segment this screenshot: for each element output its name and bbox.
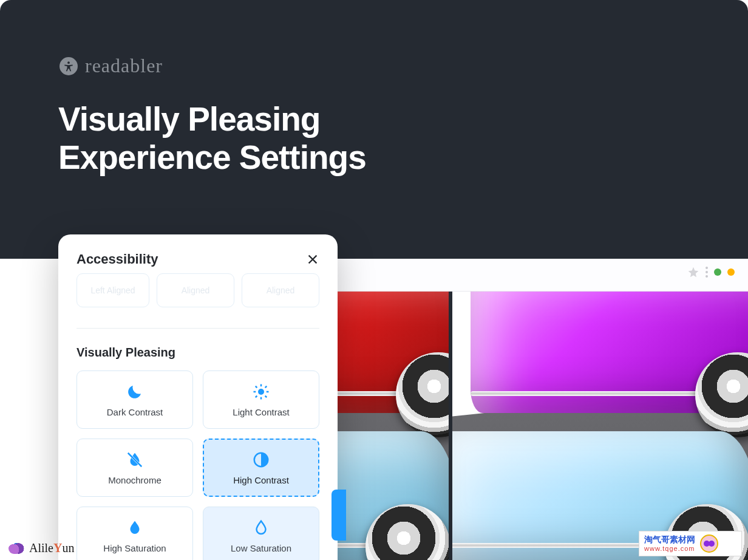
svg-point-0 xyxy=(67,61,70,64)
window-dot-green[interactable] xyxy=(714,268,721,276)
bookmark-star-icon[interactable] xyxy=(687,266,699,278)
watermark-tqge: 淘气哥素材网 www.tqge.com xyxy=(639,531,742,556)
option-label: Light Contrast xyxy=(233,407,289,417)
section-divider xyxy=(76,328,319,329)
accessibility-panel: Accessibility Left Aligned Aligned Align… xyxy=(58,234,338,560)
moon-icon xyxy=(126,383,144,401)
close-icon[interactable] xyxy=(306,253,319,266)
accessibility-person-icon xyxy=(59,57,78,75)
contrast-circle-icon xyxy=(252,451,270,469)
pane-high-contrast xyxy=(452,292,748,560)
option-monochrome[interactable]: Monochrome xyxy=(76,439,193,497)
droplet-filled-icon xyxy=(126,519,144,537)
ghost-option-aligned-1[interactable]: Aligned xyxy=(157,273,234,307)
droplet-slash-icon xyxy=(126,451,144,469)
kebab-menu-icon[interactable] xyxy=(706,267,708,278)
option-light-contrast[interactable]: Light Contrast xyxy=(203,370,319,429)
page-headline: Visually Pleasing Experience Settings xyxy=(58,100,366,177)
option-label: Dark Contrast xyxy=(107,407,163,417)
window-dot-yellow[interactable] xyxy=(727,268,735,276)
panel-title: Accessibility xyxy=(76,251,158,267)
option-high-contrast[interactable]: High Contrast xyxy=(203,439,319,497)
headline-line2: Experience Settings xyxy=(58,138,366,176)
panel-open-tab[interactable] xyxy=(332,490,346,541)
option-high-saturation[interactable]: High Saturation xyxy=(76,507,193,560)
browser-controls xyxy=(687,266,735,278)
watermark-line2: www.tqge.com xyxy=(644,545,695,552)
option-label: High Saturation xyxy=(103,543,166,553)
option-label: Low Saturation xyxy=(231,543,291,553)
cloud-icon xyxy=(8,543,25,554)
section-title: Visually Pleasing xyxy=(76,346,319,360)
brand: readabler xyxy=(59,55,163,77)
car-magenta xyxy=(471,292,748,413)
option-label: Monochrome xyxy=(108,475,162,485)
ghost-option-left-aligned[interactable]: Left Aligned xyxy=(76,273,149,307)
option-label: High Contrast xyxy=(233,475,289,485)
mascot-face-icon xyxy=(700,534,718,553)
brand-name: readabler xyxy=(85,55,163,77)
visually-pleasing-grid: Dark Contrast Light Contrast Monochrome … xyxy=(76,370,319,560)
watermark-line1: 淘气哥素材网 xyxy=(644,535,695,544)
ghost-option-aligned-2[interactable]: Aligned xyxy=(242,273,319,307)
headline-line1: Visually Pleasing xyxy=(58,100,320,138)
svg-point-1 xyxy=(258,389,264,395)
previous-section-options: Left Aligned Aligned Aligned xyxy=(76,273,319,307)
option-dark-contrast[interactable]: Dark Contrast xyxy=(76,370,193,429)
option-low-saturation[interactable]: Low Saturation xyxy=(203,507,319,560)
droplet-outline-icon xyxy=(252,519,270,537)
watermark-alileyun: AlileYun xyxy=(8,541,74,555)
sun-icon xyxy=(252,383,270,401)
